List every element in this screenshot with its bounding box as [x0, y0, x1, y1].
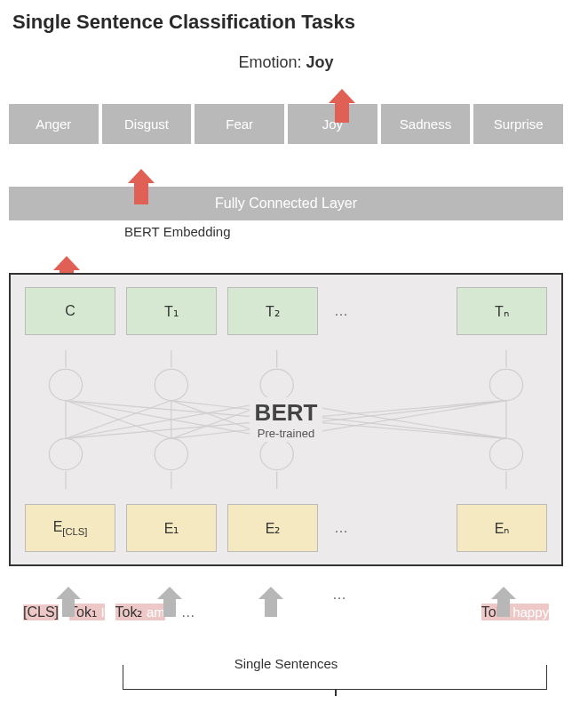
svg-point-14 [260, 438, 293, 469]
bert-middle: BERT Pre-trained [11, 350, 561, 489]
bert-model-box: C T₁ T₂ … Tₙ [9, 273, 563, 566]
bert-name: BERT [255, 399, 318, 427]
bert-embedding-label: BERT Embedding [124, 224, 572, 239]
bert-sub: Pre-trained [255, 427, 318, 440]
bert-in-en: Eₙ [457, 504, 547, 552]
emotion-disgust: Disgust [102, 104, 192, 144]
svg-point-12 [49, 438, 82, 469]
output-line: Emotion: Joy [0, 53, 572, 72]
token-1-top: Tok₁ [69, 604, 97, 620]
token-n: Tokₙ happy [481, 604, 549, 620]
bert-out-t2: T₂ [227, 287, 318, 335]
token-2-top: Tok₂ [115, 604, 143, 620]
emotion-classes-row: Anger Disgust Fear Joy Sadness Surprise [0, 104, 572, 144]
gray-arrow-icon [258, 587, 283, 599]
ellipsis-tokens: … [176, 604, 201, 620]
emotion-anger: Anger [9, 104, 99, 144]
token-1: Tok₁ I [69, 604, 105, 620]
token-cls-top: [CLS] [23, 604, 59, 620]
token-n-top: Tokₙ [481, 604, 509, 620]
svg-point-8 [49, 369, 82, 400]
token-2-word: am [147, 604, 165, 620]
emotion-joy: Joy [288, 104, 377, 144]
svg-point-9 [155, 369, 187, 400]
bert-out-cls: C [25, 287, 115, 335]
token-1-word: I [100, 604, 104, 620]
svg-point-13 [155, 438, 187, 469]
output-label: Emotion: [238, 53, 301, 71]
token-n-word: happy [512, 604, 549, 620]
bert-in-e1: E₁ [126, 504, 217, 552]
gray-arrow-icon [491, 587, 516, 599]
ellipsis-in: … [329, 520, 354, 536]
emotion-surprise: Surprise [473, 104, 563, 144]
bert-label: BERT Pre-trained [250, 397, 323, 442]
bert-input-row: E[CLS] E₁ E₂ … Eₙ [25, 504, 547, 552]
token-2: Tok₂ am [115, 604, 165, 620]
svg-point-10 [260, 369, 293, 400]
bert-in-ecls: E[CLS] [25, 504, 115, 552]
sentence-bracket [123, 665, 547, 690]
bert-output-row: C T₁ T₂ … Tₙ [25, 287, 547, 335]
svg-point-11 [489, 369, 522, 400]
fully-connected-layer: Fully Connected Layer [9, 187, 563, 220]
token-cls: [CLS] [23, 604, 59, 620]
gray-arrow-icon [56, 587, 81, 599]
ellipsis-out: … [329, 303, 354, 319]
bert-out-t1: T₁ [126, 287, 217, 335]
gray-arrow-icon [157, 587, 182, 599]
emotion-fear: Fear [195, 104, 284, 144]
output-value: Joy [306, 53, 334, 71]
page-title: Single Sentence Classification Tasks [0, 0, 572, 34]
emotion-sadness: Sadness [381, 104, 471, 144]
bert-out-tn: Tₙ [457, 287, 547, 335]
input-tokens-row: [CLS] Tok₁ I Tok₂ am … Tokₙ happy [0, 604, 572, 620]
svg-point-15 [489, 438, 522, 469]
bert-in-e2: E₂ [227, 504, 318, 552]
